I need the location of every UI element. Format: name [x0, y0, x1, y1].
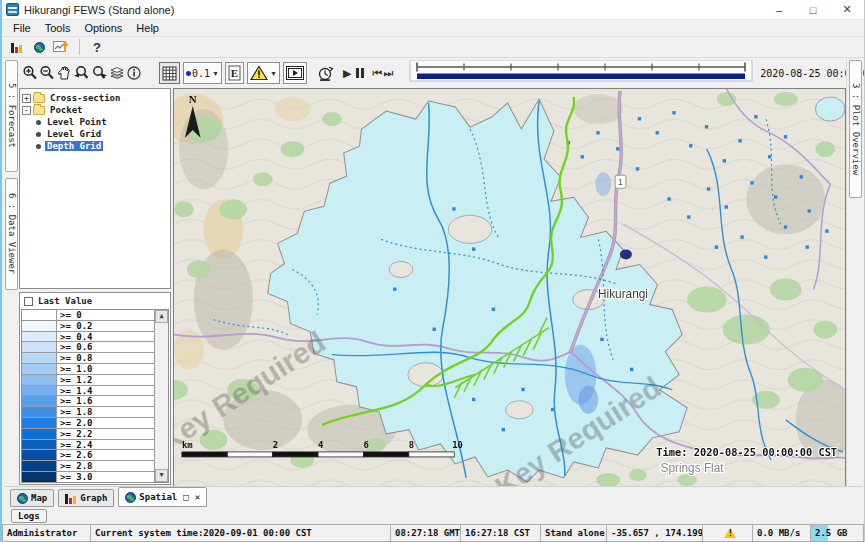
app-logo-icon [6, 3, 19, 16]
help-button[interactable]: ? [87, 40, 107, 55]
tree-item-cross-section[interactable]: + Cross-section [22, 92, 168, 104]
svg-text:10: 10 [452, 440, 463, 450]
menu-help[interactable]: Help [129, 21, 166, 35]
info-icon[interactable] [126, 61, 142, 85]
menu-tools[interactable]: Tools [38, 21, 78, 35]
legend-swatch [22, 472, 57, 482]
legend-label: >= 1.4 [57, 386, 154, 396]
legend-label: >= 0.2 [57, 321, 154, 331]
legend-row[interactable]: >= 1.4 [22, 386, 154, 397]
animation-player-button[interactable] [283, 62, 307, 84]
leaf-icon [36, 132, 41, 137]
legend-row[interactable]: >= 2.6 [22, 450, 154, 461]
main-area: 5 : Forecast 6 : Data Viewer [4, 58, 863, 487]
map-canvas[interactable]: API Key Required API Key Required 1 Hiku… [173, 88, 846, 487]
tab-forecast[interactable]: 5 : Forecast [5, 60, 18, 172]
scroll-down-icon[interactable]: ▼ [155, 469, 168, 482]
tab-map[interactable]: Map [10, 489, 54, 507]
pause-button[interactable] [356, 68, 364, 78]
last-value-option[interactable]: Last Value [20, 293, 170, 309]
title-bar[interactable]: Hikurangi FEWS (Stand alone) – □ ✕ [2, 0, 864, 20]
maximize-button[interactable]: □ [796, 0, 830, 19]
menu-options[interactable]: Options [77, 21, 129, 35]
svg-text:4: 4 [318, 440, 323, 450]
legend-label: >= 2.6 [57, 450, 154, 460]
explorer-icon[interactable] [6, 35, 28, 59]
svg-text:Hikurangi: Hikurangi [598, 286, 648, 300]
zoom-previous-icon[interactable] [73, 61, 90, 85]
map-globe-icon[interactable] [28, 35, 50, 59]
grid-toggle-button[interactable] [159, 62, 180, 84]
time-navigator-icon[interactable] [317, 61, 334, 85]
tab-plot-overview[interactable]: 3 : Plot Overview [849, 60, 862, 198]
legend-scrollbar[interactable]: ▲ ▼ [154, 310, 168, 482]
menu-file[interactable]: File [6, 21, 38, 35]
legend-row[interactable]: >= 2.4 [22, 440, 154, 451]
tree-item-level-point[interactable]: Level Point [22, 116, 168, 128]
legend-swatch [22, 353, 57, 363]
expander-icon[interactable]: + [22, 94, 31, 103]
warning-triangle-icon [724, 528, 736, 538]
legend-row[interactable]: >= 0.6 [22, 342, 154, 353]
next-step-button[interactable]: ⏭ [383, 67, 393, 80]
zoom-out-icon[interactable] [39, 61, 55, 85]
legend-swatch [22, 429, 57, 439]
legend-row[interactable]: >= 0.8 [22, 353, 154, 364]
tree-item-depth-grid[interactable]: Depth Grid [22, 140, 168, 152]
folder-icon [33, 94, 45, 103]
road-shield: 1 [615, 175, 626, 188]
graph-display-icon[interactable] [50, 35, 72, 59]
minimize-button[interactable]: – [762, 0, 796, 19]
tree-item-level-grid[interactable]: Level Grid [22, 128, 168, 140]
legend-label: >= 1.8 [57, 407, 154, 417]
legend-row[interactable]: >= 3.0 [22, 472, 154, 482]
legend-swatch [22, 310, 57, 320]
undock-tab-icon[interactable]: □ [183, 492, 188, 502]
tab-graph[interactable]: Graph [58, 489, 114, 507]
svg-text:6: 6 [363, 440, 368, 450]
scroll-up-icon[interactable]: ▲ [155, 310, 168, 323]
close-tab-icon[interactable]: ✕ [195, 492, 200, 502]
legend-row[interactable]: >= 1.2 [22, 375, 154, 386]
layer-tree[interactable]: + Cross-section - Pocket Level Point [19, 88, 171, 289]
legend-row[interactable]: >= 0.2 [22, 321, 154, 332]
time-slider[interactable] [409, 60, 753, 86]
app-window: { "window": { "title": "Hikurangi FEWS (… [0, 0, 865, 542]
legend-row[interactable]: >= 0.4 [22, 332, 154, 343]
legend-row[interactable]: >= 1.0 [22, 364, 154, 375]
tab-spatial[interactable]: Spatial □ ✕ [118, 487, 207, 507]
play-button[interactable]: ▶ [343, 67, 351, 80]
threshold-value: 0.1 [192, 68, 210, 79]
legend-swatch [22, 418, 57, 428]
legend-row[interactable]: >= 2.2 [22, 429, 154, 440]
legend-row[interactable]: >= 2.8 [22, 461, 154, 472]
leaf-icon [36, 144, 41, 149]
leaf-icon [36, 120, 41, 125]
layers-icon[interactable] [109, 61, 125, 85]
warning-thresholds-dropdown[interactable]: ▼ [247, 62, 280, 84]
bars-icon [65, 493, 77, 504]
logs-button[interactable]: Logs [11, 509, 47, 523]
legend-row[interactable]: >= 1.6 [22, 396, 154, 407]
threshold-dropdown[interactable]: 0.1 ▼ [183, 62, 222, 84]
label-toggle-button[interactable]: E [225, 62, 244, 84]
folder-icon [33, 106, 45, 115]
legend-row[interactable]: >= 0 [22, 310, 154, 321]
previous-step-button[interactable]: ⏮ [372, 67, 382, 80]
legend-row[interactable]: >= 1.8 [22, 407, 154, 418]
zoom-next-icon[interactable] [91, 61, 108, 85]
chart-up-icon [53, 40, 69, 54]
zoom-in-icon[interactable] [22, 61, 38, 85]
expander-icon[interactable]: - [22, 106, 31, 115]
map-toolbar: 0.1 ▼ E ▼ ▶ ⏮ ⏭ [19, 58, 846, 88]
tree-item-pocket[interactable]: - Pocket [22, 104, 168, 116]
status-memory[interactable]: 2.5 GB [810, 524, 864, 542]
last-value-checkbox[interactable] [24, 297, 33, 306]
tab-data-viewer[interactable]: 6 : Data Viewer [5, 178, 18, 290]
legend-swatch [22, 342, 57, 352]
legend-row[interactable]: >= 2.0 [22, 418, 154, 429]
close-button[interactable]: ✕ [830, 0, 864, 19]
status-warning-cell[interactable] [702, 524, 752, 542]
bottom-tab-bar: Map Graph Spatial □ ✕ [4, 486, 863, 507]
pan-hand-icon[interactable] [56, 61, 72, 85]
